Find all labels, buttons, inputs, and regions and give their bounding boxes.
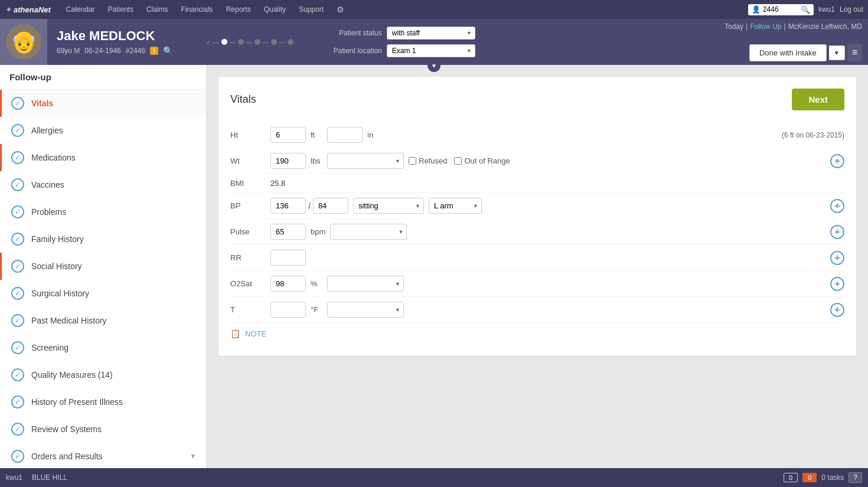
patient-status-area: Patient status with staff Patient locati… bbox=[305, 19, 487, 65]
workflow-dot-2 bbox=[254, 39, 260, 45]
temp-add-button[interactable]: + bbox=[830, 303, 844, 317]
sidebar-item-social-history[interactable]: ✓ Social History bbox=[0, 253, 206, 280]
wt-add-button[interactable]: + bbox=[830, 154, 844, 168]
status-badge-count1[interactable]: 0 bbox=[784, 473, 798, 482]
sidebar-item-past-medical-history[interactable]: ✓ Past Medical History bbox=[0, 307, 206, 334]
o2sat-input[interactable] bbox=[270, 276, 306, 292]
nav-reports[interactable]: Reports bbox=[220, 0, 257, 19]
user-link[interactable]: kwu1 bbox=[818, 5, 835, 14]
ht-ft-input[interactable] bbox=[270, 127, 306, 143]
logout-link[interactable]: Log out bbox=[840, 5, 863, 14]
settings-icon[interactable]: ⚙ bbox=[331, 0, 350, 19]
temp-type-select[interactable] bbox=[327, 302, 404, 318]
check-icon-quality-measures: ✓ bbox=[11, 368, 24, 381]
vital-row-wt: Wt lbs Refused Out of Range bbox=[230, 148, 844, 174]
check-icon-medications: ✓ bbox=[11, 151, 24, 164]
help-badge[interactable]: ? bbox=[849, 472, 862, 483]
pulse-add-button[interactable]: + bbox=[830, 225, 844, 239]
sidebar-item-family-history[interactable]: ✓ Family History bbox=[0, 225, 206, 253]
sidebar-item-hpi[interactable]: ✓ History of Present Illness bbox=[0, 388, 206, 416]
check-icon-past-medical-history: ✓ bbox=[11, 314, 24, 327]
sidebar-label-social-history: Social History bbox=[31, 262, 82, 271]
collapse-header-button[interactable]: ▼ bbox=[428, 59, 440, 72]
search-input[interactable] bbox=[763, 5, 798, 14]
sidebar-item-surgical-history[interactable]: ✓ Surgical History bbox=[0, 280, 206, 307]
nav-claims[interactable]: Claims bbox=[141, 0, 174, 19]
nav-calendar[interactable]: Calendar bbox=[60, 0, 101, 19]
ht-ft-unit: ft bbox=[311, 130, 322, 139]
alert-badge[interactable]: ! bbox=[150, 47, 158, 55]
patient-header: 👴 Jake MEDLOCK 69yo M 06-24-1946 #2446 !… bbox=[0, 19, 868, 65]
note-row[interactable]: 📋 NOTE bbox=[230, 323, 844, 344]
bp-arm-select-wrapper: L arm R arm bbox=[429, 198, 482, 214]
patient-location-label: Patient location bbox=[317, 47, 382, 55]
wt-refused-label[interactable]: Refused bbox=[409, 156, 447, 165]
sidebar-item-review-of-systems[interactable]: ✓ Review of Systems bbox=[0, 416, 206, 443]
o2sat-type-select[interactable] bbox=[327, 276, 404, 292]
nav-quality[interactable]: Quality bbox=[258, 0, 292, 19]
sidebar-item-orders-and-results[interactable]: ✓ Orders and Results ▼ bbox=[0, 443, 206, 468]
logo-symbol: ✦ bbox=[5, 5, 11, 14]
wt-select-wrapper bbox=[327, 153, 404, 169]
patient-age: 69yo M bbox=[57, 47, 80, 55]
bp-arm-select[interactable]: L arm R arm bbox=[429, 198, 482, 214]
sidebar-item-medications[interactable]: ✓ Medications bbox=[0, 144, 206, 171]
patient-search-icon[interactable]: 🔍 bbox=[163, 46, 173, 55]
ht-in-input[interactable] bbox=[327, 127, 363, 143]
sidebar-item-vaccines[interactable]: ✓ Vaccines bbox=[0, 171, 206, 198]
sidebar-item-quality-measures[interactable]: ✓ Quality Measures (14) bbox=[0, 361, 206, 388]
check-icon-screening: ✓ bbox=[11, 341, 24, 354]
pulse-type-select-wrapper bbox=[330, 224, 407, 240]
sidebar-item-problems[interactable]: ✓ Problems bbox=[0, 198, 206, 225]
o2sat-type-select-wrapper bbox=[327, 276, 404, 292]
vitals-title: Vitals bbox=[230, 93, 256, 106]
wt-label: Wt bbox=[230, 156, 266, 165]
nav-support[interactable]: Support bbox=[293, 0, 329, 19]
done-with-intake-button[interactable]: Done with Intake bbox=[749, 44, 827, 61]
temp-input[interactable] bbox=[270, 302, 306, 318]
workflow-area: ✓ — — — — — bbox=[194, 19, 305, 65]
patient-status-select[interactable]: with staff bbox=[387, 27, 475, 40]
o2sat-add-button[interactable]: + bbox=[830, 277, 844, 291]
rr-label: RR bbox=[230, 253, 266, 262]
wt-out-of-range-checkbox[interactable] bbox=[454, 157, 462, 165]
vitals-header: Vitals Next bbox=[230, 89, 844, 110]
nav-financials[interactable]: Financials bbox=[175, 0, 219, 19]
nav-patients[interactable]: Patients bbox=[102, 0, 139, 19]
check-icon-allergies: ✓ bbox=[11, 124, 24, 137]
wt-input[interactable] bbox=[270, 153, 306, 169]
workflow-dot-4 bbox=[288, 39, 293, 45]
bp-inputs: / bbox=[270, 198, 348, 214]
vital-row-o2sat: O2Sat % + bbox=[230, 271, 844, 297]
wt-out-of-range-label[interactable]: Out of Range bbox=[454, 156, 510, 165]
breadcrumb-followup[interactable]: Follow Up bbox=[750, 22, 781, 31]
status-badge-count2[interactable]: 0 bbox=[802, 473, 817, 482]
hamburger-menu-button[interactable]: ≡ bbox=[847, 44, 862, 61]
done-intake-dropdown-button[interactable]: ▼ bbox=[829, 45, 845, 60]
next-button[interactable]: Next bbox=[792, 89, 844, 110]
sidebar-label-vaccines: Vaccines bbox=[31, 180, 64, 189]
bmi-value: 25.8 bbox=[270, 179, 285, 188]
sidebar-item-vitals[interactable]: ✓ Vitals bbox=[0, 90, 206, 117]
sidebar-label-past-medical-history: Past Medical History bbox=[31, 316, 107, 325]
wt-refused-checkbox[interactable] bbox=[409, 157, 416, 165]
statusbar-user: kwu1 bbox=[6, 473, 22, 482]
pulse-input[interactable] bbox=[270, 224, 306, 240]
rr-add-button[interactable]: + bbox=[830, 251, 844, 265]
vital-row-temp: T °F + bbox=[230, 297, 844, 323]
patient-avatar-container: 👴 bbox=[0, 19, 47, 65]
bp-systolic-input[interactable] bbox=[270, 198, 306, 214]
sidebar-item-screening[interactable]: ✓ Screening bbox=[0, 334, 206, 361]
bp-add-button[interactable]: + bbox=[830, 199, 844, 213]
bp-position-select[interactable]: sitting standing supine bbox=[353, 198, 424, 214]
status-bar: kwu1 BLUE HILL 0 0 0 tasks ? bbox=[0, 468, 868, 487]
search-icon[interactable]: 🔍 bbox=[801, 5, 810, 14]
patient-location-select[interactable]: Exam 1 bbox=[387, 44, 475, 57]
wt-type-select[interactable] bbox=[327, 153, 404, 169]
app-logo: ✦ athenaNet bbox=[5, 5, 51, 14]
bp-diastolic-input[interactable] bbox=[313, 198, 348, 214]
sidebar-item-allergies[interactable]: ✓ Allergies bbox=[0, 117, 206, 144]
sidebar-label-hpi: History of Present Illness bbox=[31, 397, 123, 407]
rr-input[interactable] bbox=[270, 250, 306, 266]
pulse-type-select[interactable] bbox=[330, 224, 407, 240]
